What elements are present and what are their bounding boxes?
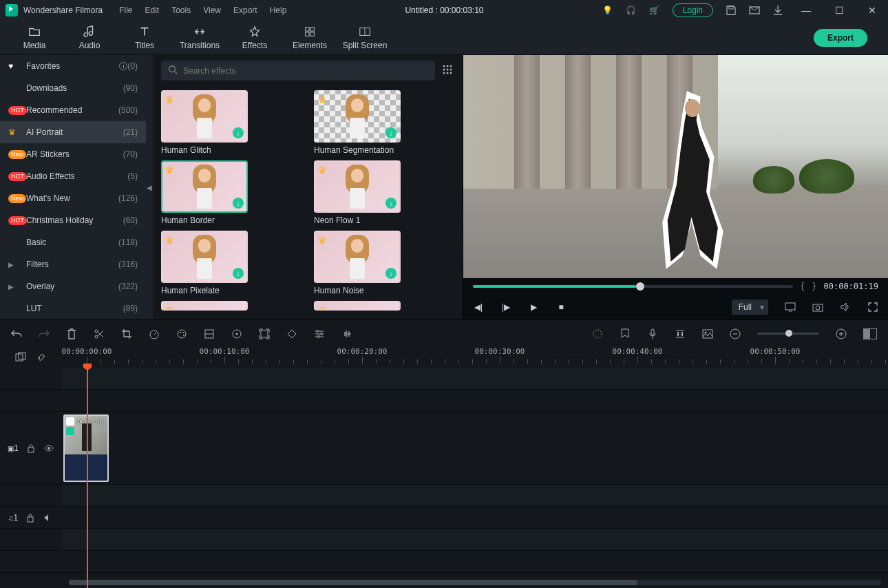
download-icon[interactable]: ↓ <box>385 127 397 138</box>
zoom-out-icon[interactable] <box>730 328 741 339</box>
login-button[interactable]: Login <box>673 3 713 17</box>
mixer-icon[interactable] <box>675 328 686 339</box>
green-screen-icon[interactable] <box>204 328 215 339</box>
sidebar-item-christmas-holiday[interactable]: HOTChristmas Holiday(60) <box>0 209 146 231</box>
audio-adjust-icon[interactable] <box>341 328 352 339</box>
search-box[interactable] <box>161 61 435 81</box>
download-icon[interactable]: ↓ <box>385 198 397 209</box>
menu-export[interactable]: Export <box>233 6 257 15</box>
mark-out-icon[interactable]: } <box>812 282 816 291</box>
download-icon[interactable] <box>772 5 783 16</box>
grid-view-icon[interactable] <box>442 64 454 77</box>
lightbulb-icon[interactable]: 💡 <box>602 5 613 16</box>
effect-human-segmentation[interactable]: ♛↓Human Segmentation <box>314 90 454 155</box>
voiceover-icon[interactable] <box>647 328 658 339</box>
mail-icon[interactable] <box>749 5 760 16</box>
effect-human-glitch[interactable]: ♛↓Human Glitch <box>161 90 302 155</box>
motion-icon[interactable] <box>231 328 242 339</box>
fullscreen-icon[interactable] <box>867 302 878 312</box>
sidebar-item-downloads[interactable]: Downloads(90) <box>0 77 146 99</box>
zoom-slider[interactable] <box>757 333 819 335</box>
effect-human-pixelate[interactable]: ♛↓Human Pixelate <box>161 231 302 295</box>
prev-frame-icon[interactable]: ◀| <box>473 302 484 312</box>
sidebar-item-overlay[interactable]: ▶Overlay(322) <box>0 275 146 297</box>
zoom-fit-icon[interactable] <box>863 328 877 339</box>
effect-human-border[interactable]: ♛↓Human Border <box>161 160 302 225</box>
volume-icon[interactable] <box>840 302 851 312</box>
info-icon[interactable]: i <box>119 62 127 70</box>
sidebar-item-audio-effects[interactable]: HOTAudio Effects(5) <box>0 165 146 187</box>
display-icon[interactable] <box>785 302 796 312</box>
split-icon[interactable] <box>94 328 105 339</box>
color-icon[interactable] <box>176 328 187 339</box>
next-frame-icon[interactable]: |▶ <box>500 302 511 312</box>
sidebar-item-recommended[interactable]: HOTRecommended(500) <box>0 99 146 121</box>
video-track-body[interactable]: pexels-p <box>62 412 888 484</box>
tab-transitions[interactable]: Transitions <box>172 25 227 50</box>
lock-icon[interactable] <box>25 512 36 523</box>
mark-in-icon[interactable]: { <box>800 282 805 291</box>
keyframe-icon[interactable] <box>286 328 297 339</box>
tab-elements[interactable]: Elements <box>282 25 337 50</box>
play-icon[interactable]: ▶ <box>528 302 539 312</box>
lock-icon[interactable] <box>25 443 36 454</box>
headphone-icon[interactable]: 🎧 <box>626 5 637 16</box>
timeline-ruler[interactable]: 00:00:00:0000:00:10:0000:00:20:0000:00:3… <box>62 347 888 368</box>
sidebar-item-basic[interactable]: Basic(118) <box>0 231 146 253</box>
link-icon[interactable] <box>36 352 47 363</box>
maximize-button[interactable]: ☐ <box>829 5 849 16</box>
render-icon[interactable] <box>592 328 603 339</box>
sidebar-item-filters[interactable]: ▶Filters(316) <box>0 253 146 275</box>
marker-icon[interactable] <box>620 328 631 339</box>
picture-icon[interactable] <box>702 328 713 339</box>
undo-icon[interactable] <box>11 328 22 339</box>
eye-icon[interactable] <box>43 443 54 454</box>
download-icon[interactable]: ↓ <box>233 268 244 279</box>
redo-icon[interactable] <box>39 328 50 339</box>
effect-partial[interactable]: ♛ <box>161 301 302 311</box>
timeline-scrollbar[interactable] <box>69 580 881 585</box>
search-input[interactable] <box>183 66 428 76</box>
sidebar-collapse-handle[interactable]: ◀ <box>146 55 153 319</box>
progress-track[interactable] <box>473 285 793 288</box>
tab-effects[interactable]: Effects <box>227 25 282 50</box>
cart-icon[interactable]: 🛒 <box>649 5 660 16</box>
menu-view[interactable]: View <box>203 6 221 15</box>
preview-video[interactable] <box>463 55 888 278</box>
fit-icon[interactable] <box>259 328 270 339</box>
snapshot-icon[interactable] <box>812 302 823 312</box>
speaker-icon[interactable] <box>43 512 54 523</box>
track-manage-icon[interactable] <box>15 352 26 363</box>
menu-edit[interactable]: Edit <box>145 6 160 15</box>
menu-tools[interactable]: Tools <box>171 6 191 15</box>
sidebar-item-lut[interactable]: LUT(89) <box>0 297 146 319</box>
zoom-in-icon[interactable] <box>836 328 847 339</box>
close-button[interactable]: ✕ <box>862 5 882 16</box>
sidebar-item-ai-portrait[interactable]: ♛AI Portrait(21) <box>0 121 146 143</box>
effect-neon-flow-1[interactable]: ♛↓Neon Flow 1 <box>314 160 454 225</box>
tab-media[interactable]: Media <box>7 25 62 50</box>
save-icon[interactable] <box>726 5 737 16</box>
menu-file[interactable]: File <box>119 6 132 15</box>
download-icon[interactable]: ↓ <box>233 198 244 209</box>
sidebar-item-favorites[interactable]: ♥Favoritesi(0) <box>0 55 146 77</box>
playhead[interactable] <box>87 368 88 588</box>
crop-icon[interactable] <box>121 328 132 339</box>
download-icon[interactable]: ↓ <box>385 268 397 279</box>
delete-icon[interactable] <box>66 328 77 339</box>
effect-human-noise[interactable]: ♛↓Human Noise <box>314 231 454 295</box>
video-clip[interactable]: pexels-p <box>63 414 109 482</box>
adjust-icon[interactable] <box>314 328 325 339</box>
export-button[interactable]: Export <box>814 29 867 47</box>
sidebar-item-what's-new[interactable]: NewWhat's New(126) <box>0 187 146 209</box>
stop-icon[interactable]: ■ <box>556 302 567 312</box>
tab-split-screen[interactable]: Split Screen <box>337 25 392 50</box>
tab-audio[interactable]: Audio <box>62 25 117 50</box>
effect-partial[interactable]: ♛ <box>314 301 454 311</box>
quality-select[interactable]: Full <box>732 300 768 315</box>
download-icon[interactable]: ↓ <box>233 127 244 138</box>
speed-icon[interactable] <box>149 328 160 339</box>
minimize-button[interactable]: — <box>796 5 816 16</box>
tab-titles[interactable]: Titles <box>117 25 172 50</box>
audio-track-body[interactable] <box>62 507 888 528</box>
